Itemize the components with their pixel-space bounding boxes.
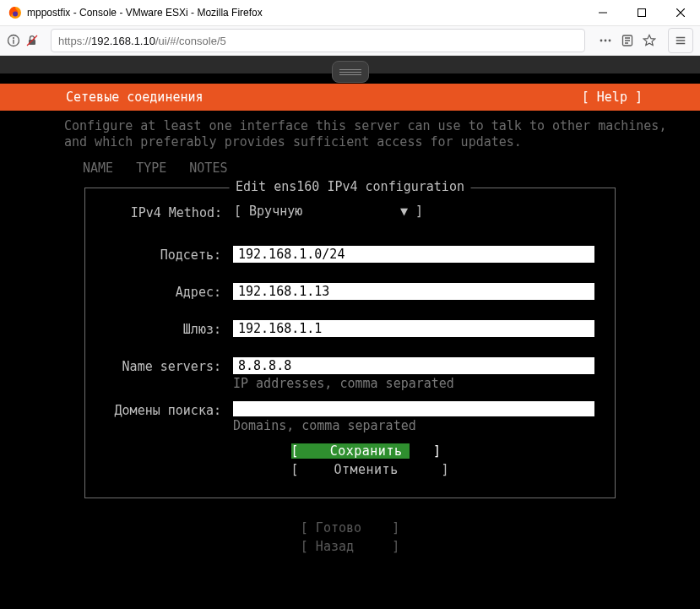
method-value: Вручную [249,204,302,219]
gateway-label: Шлюз: [106,320,221,337]
save-button[interactable]: [ Сохранить ] [291,443,410,459]
vmware-topbar [0,56,700,73]
page-actions [599,34,656,47]
console-handle[interactable] [332,61,369,83]
reader-view-icon[interactable] [621,34,634,47]
col-name: NAME [83,160,113,176]
desc-line-2: and which preferably provides sufficient… [64,134,681,150]
searchdomains-label: Домены поиска: [106,401,221,418]
address-label: Адрес: [106,283,221,300]
info-icon [7,34,20,47]
row-nameservers: Name servers: 8.8.8.8 IP addresses, comm… [106,357,594,391]
screen-description: Configure at least one interface this se… [0,111,700,150]
col-notes: NOTES [189,160,227,176]
chevron-down-icon: ▼ [400,204,408,219]
row-subnet: Подсеть: 192.168.1.0/24 [106,246,594,263]
screen-header: Сетевые соединения [ Help ] [0,84,700,111]
nameservers-input[interactable]: 8.8.8.8 [233,357,594,374]
url-scheme: https:// [58,35,91,47]
cancel-button[interactable]: [ Отменить ] [291,462,410,477]
row-gateway: Шлюз: 192.168.1.1 [106,320,594,337]
url-host: 192.168.1.10 [91,35,155,47]
window-controls [583,0,700,25]
svg-point-7 [600,40,603,42]
bookmark-star-icon[interactable] [643,34,656,47]
site-identity[interactable] [7,34,39,47]
app-menu-button[interactable] [668,28,693,53]
svg-rect-5 [13,40,14,44]
form-buttons: [ Сохранить ] [ Отменить ] [106,443,594,477]
lock-strike-icon [25,34,39,47]
firefox-icon [8,6,22,19]
url-path: /ui/#/console/5 [155,35,226,47]
method-select[interactable]: [ Вручную ▼ ] [234,204,594,219]
nameservers-label: Name servers: [106,357,221,374]
svg-rect-2 [638,9,646,17]
box-title: Edit ens160 IPv4 configuration [229,179,471,194]
svg-point-1 [13,12,18,17]
more-actions-icon[interactable] [599,34,612,47]
window-titlebar: mppostfix - Console - VMware ESXi - Mozi… [0,0,700,26]
column-headers: NAME TYPE NOTES [0,150,700,176]
nameservers-hint: IP addresses, comma separated [233,376,594,391]
svg-point-8 [605,40,607,42]
row-method: IPv4 Method: [ Вручную ▼ ] [106,204,594,220]
method-label: IPv4 Method: [106,204,222,220]
footer-buttons: [ Готово ] [ Назад ] [0,520,700,554]
address-input[interactable]: 192.168.1.13 [233,283,594,300]
minimize-button[interactable] [583,0,622,25]
screen-title: Сетевые соединения [66,90,582,105]
maximize-button[interactable] [622,0,661,25]
window-title: mppostfix - Console - VMware ESXi - Mozi… [27,7,263,19]
url-bar[interactable]: https:// 192.168.1.10 /ui/#/console/5 [51,29,585,52]
svg-point-9 [609,40,611,42]
browser-toolbar: https:// 192.168.1.10 /ui/#/console/5 [0,26,700,56]
console-page: Сетевые соединения [ Help ] Configure at… [0,56,700,609]
searchdomains-input[interactable] [233,401,594,416]
desc-line-1: Configure at least one interface this se… [64,118,681,134]
subnet-label: Подсеть: [106,246,221,263]
row-searchdomains: Домены поиска: Domains, comma separated [106,401,594,433]
subnet-input[interactable]: 192.168.1.0/24 [233,246,594,263]
searchdomains-hint: Domains, comma separated [233,418,594,433]
col-type: TYPE [136,160,166,176]
svg-point-4 [13,37,14,39]
gateway-input[interactable]: 192.168.1.1 [233,320,594,337]
help-button[interactable]: [ Help ] [582,90,643,105]
row-address: Адрес: 192.168.1.13 [106,283,594,300]
done-button[interactable]: [ Готово ] [301,520,399,536]
ipv4-config-box: Edit ens160 IPv4 configuration IPv4 Meth… [84,188,616,498]
close-button[interactable] [661,0,700,25]
back-button[interactable]: [ Назад ] [301,539,399,554]
